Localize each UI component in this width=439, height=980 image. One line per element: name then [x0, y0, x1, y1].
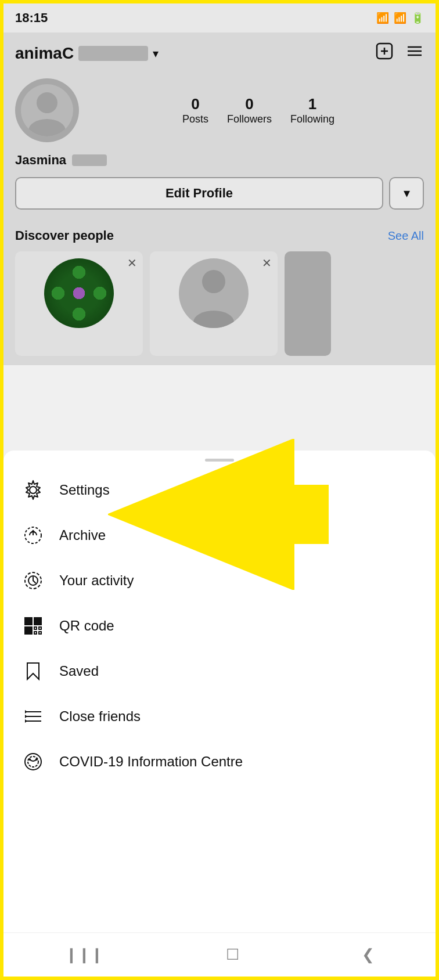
- svg-rect-23: [37, 620, 39, 622]
- card-close-button-2[interactable]: ✕: [262, 256, 272, 270]
- discover-card-3: [285, 251, 331, 356]
- posts-count: 0: [191, 95, 199, 113]
- svg-rect-20: [34, 632, 37, 634]
- qr-code-label: QR code: [59, 618, 114, 634]
- mandala-icon: [44, 258, 114, 328]
- saved-icon: [21, 659, 45, 683]
- svg-rect-24: [27, 629, 30, 632]
- svg-marker-28: [25, 710, 27, 714]
- settings-label: Settings: [59, 482, 110, 498]
- profile-area: animaC ▾: [3, 33, 436, 228]
- svg-point-7: [30, 487, 37, 493]
- svg-marker-29: [25, 715, 27, 718]
- discover-cards: ✕ ✕: [15, 251, 424, 356]
- discover-header: Discover people See All: [15, 228, 424, 243]
- back-button[interactable]: ❮: [362, 946, 375, 964]
- menu-item-your-activity[interactable]: Your activity: [3, 558, 436, 603]
- followers-stat[interactable]: 0 Followers: [227, 95, 272, 125]
- edit-profile-row: Edit Profile ▾: [15, 177, 424, 210]
- settings-icon: [21, 478, 45, 502]
- status-icons: 📶 📶 🔋: [376, 12, 424, 24]
- posts-label: Posts: [182, 113, 208, 125]
- discover-title: Discover people: [15, 228, 114, 243]
- signal-icon: 📶: [394, 12, 406, 24]
- following-count: 1: [308, 95, 316, 113]
- followers-label: Followers: [227, 113, 272, 125]
- add-button[interactable]: [375, 42, 394, 64]
- chevron-down-icon[interactable]: ▾: [153, 46, 159, 60]
- top-nav: animaC ▾: [15, 42, 424, 64]
- saved-label: Saved: [59, 663, 99, 679]
- covid-label: COVID-19 Information Centre: [59, 754, 243, 770]
- menu-item-settings[interactable]: Settings: [3, 467, 436, 513]
- avatar: [15, 78, 79, 142]
- svg-rect-21: [39, 632, 41, 634]
- covid-icon: [21, 750, 45, 774]
- menu-item-saved[interactable]: Saved: [3, 648, 436, 694]
- wifi-icon: 📶: [376, 12, 389, 24]
- status-bar: 18:15 📶 📶 🔋: [3, 3, 436, 33]
- svg-point-33: [28, 758, 31, 761]
- username-text: animaC: [15, 44, 74, 63]
- display-name-blurred: [72, 154, 107, 166]
- bottom-sheet-menu: Settings Archive Your activity: [3, 451, 436, 977]
- recent-apps-button[interactable]: ❙❙❙: [65, 946, 103, 964]
- stats-row: 0 Posts 0 Followers 1 Following: [93, 95, 424, 125]
- sheet-handle: [205, 459, 234, 462]
- close-friends-label: Close friends: [59, 708, 141, 725]
- following-label: Following: [290, 113, 334, 125]
- svg-rect-19: [39, 627, 41, 629]
- profile-dropdown-button[interactable]: ▾: [389, 177, 424, 210]
- edit-profile-button[interactable]: Edit Profile: [15, 177, 383, 210]
- nav-icons: [375, 42, 424, 64]
- posts-stat[interactable]: 0 Posts: [182, 95, 208, 125]
- menu-item-close-friends[interactable]: Close friends: [3, 694, 436, 739]
- card-close-button-1[interactable]: ✕: [127, 256, 137, 270]
- card-avatar-1: [44, 258, 114, 328]
- bottom-nav: ❙❙❙ ☐ ❮: [3, 932, 436, 977]
- following-stat[interactable]: 1 Following: [290, 95, 334, 125]
- card-avatar-2: [179, 258, 249, 328]
- discover-card-1: ✕: [15, 251, 143, 356]
- status-time: 18:15: [15, 10, 48, 26]
- menu-item-covid[interactable]: COVID-19 Information Centre: [3, 739, 436, 784]
- close-friends-icon: [21, 704, 45, 729]
- followers-count: 0: [245, 95, 253, 113]
- see-all-link[interactable]: See All: [388, 229, 424, 243]
- archive-label: Archive: [59, 527, 106, 543]
- svg-rect-22: [27, 620, 30, 622]
- user-name-row: Jasmina: [15, 153, 424, 168]
- home-button[interactable]: ☐: [226, 946, 239, 964]
- svg-point-34: [35, 758, 38, 761]
- menu-item-qr-code[interactable]: QR code: [3, 603, 436, 648]
- profile-info-row: 0 Posts 0 Followers 1 Following: [15, 78, 424, 142]
- archive-icon: [21, 523, 45, 547]
- hamburger-menu-button[interactable]: [405, 42, 424, 64]
- discover-section: Discover people See All ✕ ✕: [3, 228, 436, 365]
- menu-item-archive[interactable]: Archive: [3, 513, 436, 558]
- username-row: animaC ▾: [15, 44, 159, 63]
- display-name: Jasmina: [15, 153, 66, 168]
- dropdown-chevron-icon: ▾: [404, 186, 410, 201]
- activity-label: Your activity: [59, 572, 134, 589]
- battery-icon: 🔋: [411, 12, 424, 24]
- username-blurred: [78, 46, 148, 61]
- svg-marker-30: [25, 719, 27, 723]
- qr-code-icon: [21, 614, 45, 638]
- discover-card-2: ✕: [150, 251, 278, 356]
- svg-rect-18: [34, 627, 37, 629]
- activity-icon: [21, 568, 45, 593]
